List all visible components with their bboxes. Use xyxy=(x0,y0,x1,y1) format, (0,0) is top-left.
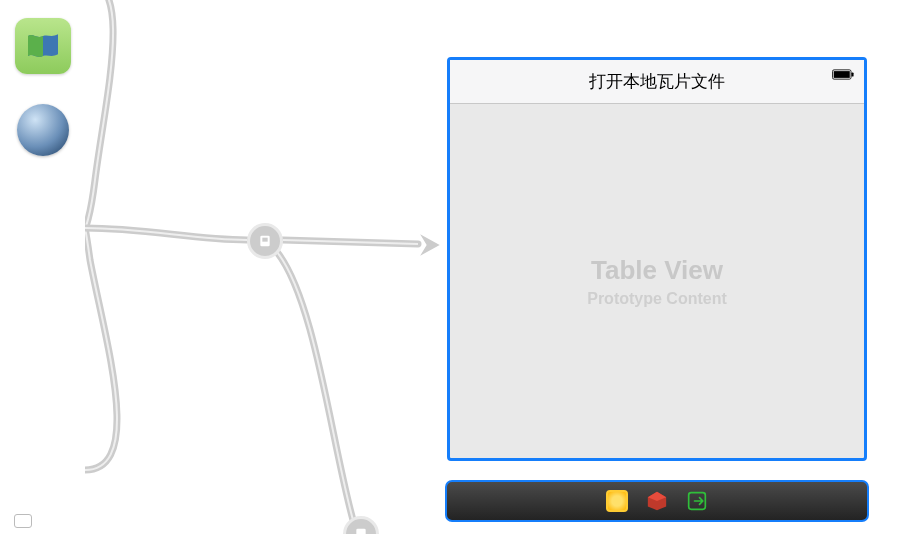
battery-icon xyxy=(832,66,854,84)
table-view-controller-scene[interactable]: 打开本地瓦片文件 Table View Prototype Content xyxy=(447,57,867,461)
scene-title: 打开本地瓦片文件 xyxy=(589,70,725,93)
segue-arrowhead xyxy=(418,232,444,262)
map-thumb[interactable] xyxy=(15,18,71,74)
table-view-placeholder: Table View Prototype Content xyxy=(450,104,864,458)
svg-rect-1 xyxy=(262,238,267,242)
view-mode-toggle[interactable] xyxy=(14,514,32,528)
first-responder-icon[interactable] xyxy=(646,490,668,512)
placeholder-subtitle: Prototype Content xyxy=(587,290,727,308)
scene-dock xyxy=(445,480,869,522)
navigation-bar: 打开本地瓦片文件 xyxy=(450,60,864,104)
svg-rect-2 xyxy=(356,529,365,534)
placeholder-title: Table View xyxy=(591,255,723,286)
view-controller-icon[interactable] xyxy=(606,490,628,512)
segue-node-show[interactable] xyxy=(247,223,283,259)
scene-thumbnail-sidebar xyxy=(0,0,85,534)
svg-rect-4 xyxy=(834,71,850,78)
exit-icon[interactable] xyxy=(686,490,708,512)
globe-thumb[interactable] xyxy=(17,104,69,156)
storyboard-canvas[interactable]: 打开本地瓦片文件 Table View Prototype Content xyxy=(85,0,913,534)
svg-rect-5 xyxy=(851,72,853,76)
